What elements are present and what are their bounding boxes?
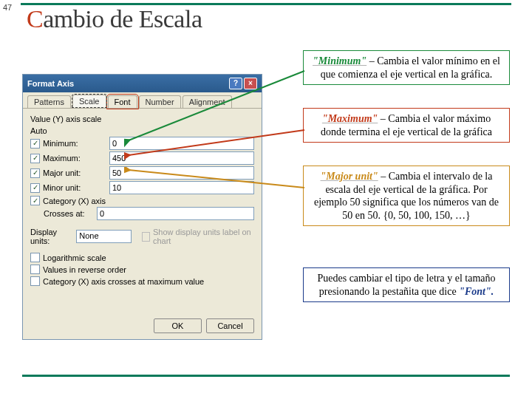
crosses-at-label: Crosses at:	[44, 209, 97, 218]
callout-font: Puedes cambiar el tipo de letra y el tam…	[303, 267, 510, 302]
show-label-checkbox	[142, 232, 150, 242]
reverse-label: Values in reverse order	[43, 265, 126, 274]
minimum-input[interactable]	[109, 137, 254, 150]
log-scale-checkbox[interactable]	[30, 253, 40, 262]
title-bar: Cambio de Escala	[21, 3, 511, 41]
slide-number: 47	[3, 3, 12, 12]
minor-unit-checkbox[interactable]	[30, 183, 40, 193]
display-units-select[interactable]: None	[76, 230, 131, 243]
catmax-checkbox[interactable]	[30, 276, 40, 286]
footer-rule	[22, 375, 510, 377]
dialog-tabs: Patterns Scale Font Number Alignment	[23, 92, 262, 109]
maximum-input[interactable]	[109, 151, 254, 165]
ok-button[interactable]: OK	[154, 318, 202, 333]
auto-label: Auto	[30, 126, 254, 135]
tab-alignment[interactable]: Alignment	[183, 95, 232, 108]
callout-major-kw: "Major unit"	[321, 171, 378, 182]
section-label: Value (Y) axis scale	[30, 115, 254, 123]
minimum-checkbox[interactable]	[30, 139, 40, 149]
callout-minimum: "Minimum" – Cambia el valor mínimo en el…	[303, 50, 510, 85]
dialog-titlebar: Format Axis ? ×	[23, 75, 262, 92]
tab-font[interactable]: Font	[108, 95, 137, 108]
minimum-label: Minimum:	[43, 139, 109, 148]
major-unit-input[interactable]	[109, 166, 254, 180]
show-label-text: Show display units label on chart	[153, 228, 254, 245]
category-axis-checkbox[interactable]	[30, 196, 40, 205]
cancel-button[interactable]: Cancel	[206, 318, 254, 333]
page-title: Cambio de Escala	[27, 5, 202, 33]
callout-font-kw: "Font".	[459, 286, 494, 297]
log-scale-label: Logarithmic scale	[43, 253, 106, 262]
reverse-checkbox[interactable]	[30, 265, 40, 274]
callout-major-unit: "Major unit" – Cambia el intervalo de la…	[303, 166, 510, 226]
catmax-label: Category (X) axis crosses at maximum val…	[43, 277, 204, 286]
dialog-title: Format Axis	[27, 79, 74, 88]
maximum-label: Maximum:	[43, 154, 109, 163]
category-axis-label: Category (X) axis	[43, 197, 106, 205]
tab-patterns[interactable]: Patterns	[27, 95, 71, 108]
maximum-checkbox[interactable]	[30, 154, 40, 163]
callout-minimum-kw: "Minimum"	[313, 55, 366, 66]
crosses-at-input[interactable]	[97, 207, 254, 220]
callout-maximum-kw: "Maximum"	[322, 113, 378, 124]
help-icon[interactable]: ?	[229, 78, 242, 89]
major-unit-label: Major unit:	[43, 168, 109, 177]
major-unit-checkbox[interactable]	[30, 168, 40, 178]
minor-unit-input[interactable]	[109, 181, 254, 194]
callout-maximum: "Maximum" – Cambia el valor máximo donde…	[303, 108, 510, 143]
format-axis-dialog: Format Axis ? × Patterns Scale Font Numb…	[22, 74, 262, 340]
minor-unit-label: Minor unit:	[43, 183, 109, 192]
close-icon[interactable]: ×	[244, 78, 257, 89]
tab-number[interactable]: Number	[139, 95, 181, 108]
tab-scale[interactable]: Scale	[72, 95, 106, 107]
display-units-label: Display units:	[30, 228, 72, 245]
